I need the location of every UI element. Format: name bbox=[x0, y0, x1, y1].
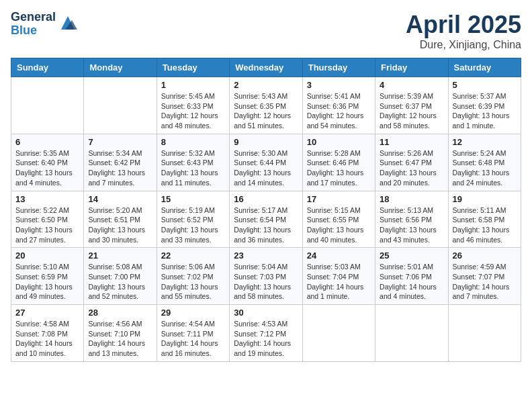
day-number: 16 bbox=[234, 194, 298, 204]
calendar-cell: 7Sunrise: 5:34 AM Sunset: 6:42 PM Daylig… bbox=[84, 134, 157, 191]
logo-icon bbox=[58, 13, 77, 32]
calendar-week-row: 27Sunrise: 4:58 AM Sunset: 7:08 PM Dayli… bbox=[11, 305, 521, 362]
calendar-cell: 4Sunrise: 5:39 AM Sunset: 6:37 PM Daylig… bbox=[375, 77, 448, 134]
calendar-cell: 30Sunrise: 4:53 AM Sunset: 7:12 PM Dayli… bbox=[230, 305, 302, 362]
day-number: 11 bbox=[380, 137, 443, 147]
calendar-cell: 19Sunrise: 5:11 AM Sunset: 6:58 PM Dayli… bbox=[448, 191, 521, 248]
day-number: 1 bbox=[161, 80, 225, 90]
calendar-cell: 15Sunrise: 5:19 AM Sunset: 6:52 PM Dayli… bbox=[157, 191, 229, 248]
day-info: Sunrise: 4:54 AM Sunset: 7:11 PM Dayligh… bbox=[161, 319, 225, 359]
day-number: 9 bbox=[234, 137, 298, 147]
day-number: 20 bbox=[15, 250, 79, 261]
day-number: 21 bbox=[88, 250, 152, 261]
day-number: 8 bbox=[161, 137, 225, 147]
day-number: 26 bbox=[453, 250, 517, 261]
month-title: April 2025 bbox=[406, 11, 521, 39]
day-number: 12 bbox=[453, 137, 517, 147]
column-header-tuesday: Tuesday bbox=[157, 58, 229, 77]
column-header-wednesday: Wednesday bbox=[230, 58, 302, 77]
day-number: 6 bbox=[15, 137, 79, 147]
day-info: Sunrise: 5:17 AM Sunset: 6:54 PM Dayligh… bbox=[234, 205, 298, 245]
column-header-saturday: Saturday bbox=[448, 58, 521, 77]
day-info: Sunrise: 4:59 AM Sunset: 7:07 PM Dayligh… bbox=[453, 262, 517, 302]
day-number: 29 bbox=[161, 308, 225, 318]
day-number: 5 bbox=[453, 80, 517, 90]
calendar-cell: 3Sunrise: 5:41 AM Sunset: 6:36 PM Daylig… bbox=[302, 77, 375, 134]
day-info: Sunrise: 4:53 AM Sunset: 7:12 PM Dayligh… bbox=[234, 319, 298, 359]
day-info: Sunrise: 5:19 AM Sunset: 6:52 PM Dayligh… bbox=[161, 205, 225, 245]
day-number: 18 bbox=[380, 194, 443, 204]
day-info: Sunrise: 4:58 AM Sunset: 7:08 PM Dayligh… bbox=[15, 319, 79, 359]
calendar-table: SundayMondayTuesdayWednesdayThursdayFrid… bbox=[11, 58, 521, 362]
day-number: 13 bbox=[15, 194, 79, 204]
location-title: Dure, Xinjiang, China bbox=[406, 39, 521, 51]
day-number: 28 bbox=[88, 308, 152, 318]
calendar-cell: 25Sunrise: 5:01 AM Sunset: 7:06 PM Dayli… bbox=[375, 248, 448, 305]
day-info: Sunrise: 5:11 AM Sunset: 6:58 PM Dayligh… bbox=[453, 205, 517, 245]
day-info: Sunrise: 5:13 AM Sunset: 6:56 PM Dayligh… bbox=[380, 205, 443, 245]
calendar-week-row: 1Sunrise: 5:45 AM Sunset: 6:33 PM Daylig… bbox=[11, 77, 521, 134]
calendar-week-row: 13Sunrise: 5:22 AM Sunset: 6:50 PM Dayli… bbox=[11, 191, 521, 248]
day-number: 14 bbox=[88, 194, 152, 204]
day-info: Sunrise: 5:32 AM Sunset: 6:43 PM Dayligh… bbox=[161, 148, 225, 188]
calendar-cell: 24Sunrise: 5:03 AM Sunset: 7:04 PM Dayli… bbox=[302, 248, 375, 305]
calendar-cell: 16Sunrise: 5:17 AM Sunset: 6:54 PM Dayli… bbox=[230, 191, 302, 248]
calendar-week-row: 20Sunrise: 5:10 AM Sunset: 6:59 PM Dayli… bbox=[11, 248, 521, 305]
day-number: 3 bbox=[307, 80, 371, 90]
day-info: Sunrise: 5:22 AM Sunset: 6:50 PM Dayligh… bbox=[15, 205, 79, 245]
calendar-cell: 26Sunrise: 4:59 AM Sunset: 7:07 PM Dayli… bbox=[448, 248, 521, 305]
day-info: Sunrise: 5:26 AM Sunset: 6:47 PM Dayligh… bbox=[380, 148, 443, 188]
day-info: Sunrise: 5:28 AM Sunset: 6:46 PM Dayligh… bbox=[307, 148, 371, 188]
calendar-cell: 9Sunrise: 5:30 AM Sunset: 6:44 PM Daylig… bbox=[230, 134, 302, 191]
logo: General Blue bbox=[11, 11, 77, 38]
calendar-cell: 2Sunrise: 5:43 AM Sunset: 6:35 PM Daylig… bbox=[230, 77, 302, 134]
calendar-cell: 8Sunrise: 5:32 AM Sunset: 6:43 PM Daylig… bbox=[157, 134, 229, 191]
calendar-cell: 27Sunrise: 4:58 AM Sunset: 7:08 PM Dayli… bbox=[11, 305, 84, 362]
day-number: 30 bbox=[234, 308, 298, 318]
calendar-cell bbox=[302, 305, 375, 362]
column-header-friday: Friday bbox=[375, 58, 448, 77]
day-info: Sunrise: 5:45 AM Sunset: 6:33 PM Dayligh… bbox=[161, 91, 225, 131]
day-info: Sunrise: 5:43 AM Sunset: 6:35 PM Dayligh… bbox=[234, 91, 298, 131]
day-number: 24 bbox=[307, 250, 371, 261]
calendar-cell: 6Sunrise: 5:35 AM Sunset: 6:40 PM Daylig… bbox=[11, 134, 84, 191]
day-info: Sunrise: 5:37 AM Sunset: 6:39 PM Dayligh… bbox=[453, 91, 517, 131]
calendar-cell: 29Sunrise: 4:54 AM Sunset: 7:11 PM Dayli… bbox=[157, 305, 229, 362]
calendar-cell: 5Sunrise: 5:37 AM Sunset: 6:39 PM Daylig… bbox=[448, 77, 521, 134]
day-info: Sunrise: 5:08 AM Sunset: 7:00 PM Dayligh… bbox=[88, 262, 152, 302]
logo-general-text: General bbox=[11, 11, 56, 24]
day-number: 17 bbox=[307, 194, 371, 204]
calendar-cell: 21Sunrise: 5:08 AM Sunset: 7:00 PM Dayli… bbox=[84, 248, 157, 305]
day-number: 23 bbox=[234, 250, 298, 261]
day-number: 19 bbox=[453, 194, 517, 204]
calendar-cell: 14Sunrise: 5:20 AM Sunset: 6:51 PM Dayli… bbox=[84, 191, 157, 248]
calendar-cell: 1Sunrise: 5:45 AM Sunset: 6:33 PM Daylig… bbox=[157, 77, 229, 134]
logo-blue-text: Blue bbox=[11, 24, 56, 38]
day-number: 27 bbox=[15, 308, 79, 318]
day-info: Sunrise: 5:41 AM Sunset: 6:36 PM Dayligh… bbox=[307, 91, 371, 131]
day-info: Sunrise: 5:39 AM Sunset: 6:37 PM Dayligh… bbox=[380, 91, 443, 131]
calendar-week-row: 6Sunrise: 5:35 AM Sunset: 6:40 PM Daylig… bbox=[11, 134, 521, 191]
day-info: Sunrise: 5:35 AM Sunset: 6:40 PM Dayligh… bbox=[15, 148, 79, 188]
day-info: Sunrise: 5:34 AM Sunset: 6:42 PM Dayligh… bbox=[88, 148, 152, 188]
calendar-cell bbox=[84, 77, 157, 134]
calendar-cell: 20Sunrise: 5:10 AM Sunset: 6:59 PM Dayli… bbox=[11, 248, 84, 305]
calendar-cell: 11Sunrise: 5:26 AM Sunset: 6:47 PM Dayli… bbox=[375, 134, 448, 191]
calendar-cell: 28Sunrise: 4:56 AM Sunset: 7:10 PM Dayli… bbox=[84, 305, 157, 362]
calendar-cell: 10Sunrise: 5:28 AM Sunset: 6:46 PM Dayli… bbox=[302, 134, 375, 191]
header: General Blue April 2025 Dure, Xinjiang, … bbox=[11, 11, 521, 51]
day-number: 15 bbox=[161, 194, 225, 204]
day-info: Sunrise: 4:56 AM Sunset: 7:10 PM Dayligh… bbox=[88, 319, 152, 359]
day-info: Sunrise: 5:10 AM Sunset: 6:59 PM Dayligh… bbox=[15, 262, 79, 302]
calendar-cell: 23Sunrise: 5:04 AM Sunset: 7:03 PM Dayli… bbox=[230, 248, 302, 305]
calendar-cell: 22Sunrise: 5:06 AM Sunset: 7:02 PM Dayli… bbox=[157, 248, 229, 305]
day-info: Sunrise: 5:03 AM Sunset: 7:04 PM Dayligh… bbox=[307, 262, 371, 302]
calendar-cell: 18Sunrise: 5:13 AM Sunset: 6:56 PM Dayli… bbox=[375, 191, 448, 248]
day-info: Sunrise: 5:01 AM Sunset: 7:06 PM Dayligh… bbox=[380, 262, 443, 302]
day-number: 7 bbox=[88, 137, 152, 147]
calendar-header-row: SundayMondayTuesdayWednesdayThursdayFrid… bbox=[11, 58, 521, 77]
day-info: Sunrise: 5:04 AM Sunset: 7:03 PM Dayligh… bbox=[234, 262, 298, 302]
day-number: 4 bbox=[380, 80, 443, 90]
column-header-thursday: Thursday bbox=[302, 58, 375, 77]
day-info: Sunrise: 5:15 AM Sunset: 6:55 PM Dayligh… bbox=[307, 205, 371, 245]
